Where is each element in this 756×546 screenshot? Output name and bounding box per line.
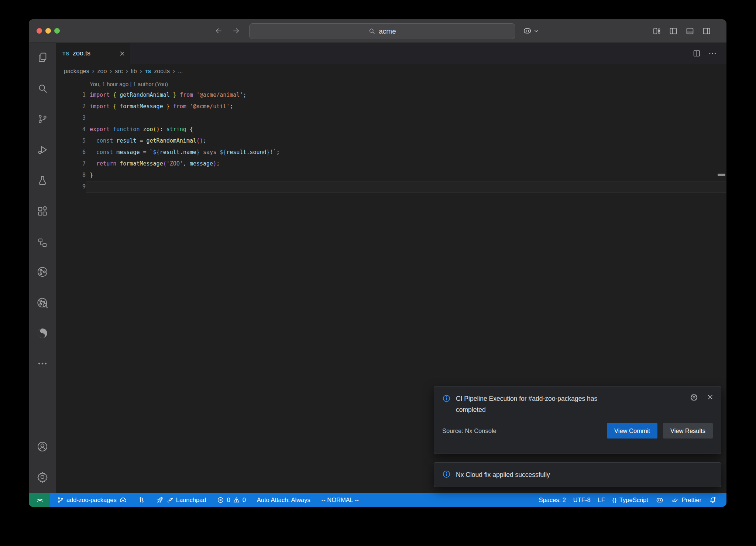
split-editor-icon[interactable] (693, 49, 701, 58)
warning-icon (233, 496, 240, 504)
search-icon (368, 28, 375, 35)
extensions-icon[interactable] (37, 206, 48, 217)
command-center-search[interactable]: acme (249, 23, 515, 39)
linked-boxes-icon[interactable] (37, 237, 48, 248)
nx-graph-search-icon[interactable] (36, 297, 49, 309)
breadcrumb-item[interactable]: src (115, 68, 123, 75)
chevron-right-icon: › (126, 68, 128, 75)
vim-mode-status[interactable]: -- NORMAL -- (318, 496, 362, 504)
close-window-button[interactable] (37, 28, 42, 34)
indent-guide (90, 194, 90, 240)
search-value: acme (379, 27, 396, 35)
breadcrumb-item[interactable]: lib (131, 68, 137, 75)
tab-title: zoo.ts (73, 50, 90, 57)
more-views-icon[interactable] (37, 358, 48, 369)
encoding-status[interactable]: UTF-8 (570, 496, 594, 504)
nx-console-icon[interactable] (36, 266, 49, 278)
blame-annotation[interactable]: You, 1 hour ago | 1 author (You) (56, 79, 726, 89)
notification-close-icon[interactable] (707, 394, 714, 402)
notifications-bell[interactable] (705, 496, 721, 504)
code-line[interactable]: 5 const result = getRandomAnimal(); (56, 135, 726, 147)
info-icon (442, 394, 451, 404)
chevron-right-icon: › (173, 68, 175, 75)
bell-icon (709, 496, 717, 504)
editor-more-actions-icon[interactable]: ⋯ (708, 49, 717, 58)
activity-bar (29, 43, 56, 493)
code-text: const result = getRandomAnimal(); (86, 135, 726, 147)
toggle-panel-icon[interactable] (685, 27, 694, 35)
copilot-menu[interactable] (523, 19, 539, 42)
chevron-down-icon (534, 28, 539, 34)
notification-ci-pipeline: CI Pipeline Execution for #add-zoo-packa… (434, 386, 721, 454)
source-control-icon[interactable] (37, 113, 48, 124)
notification-message: CI Pipeline Execution for #add-zoo-packa… (456, 393, 615, 415)
remote-indicator[interactable]: >< (29, 493, 50, 507)
code-line[interactable]: 8} (56, 170, 726, 181)
formatter-status[interactable]: Prettier (667, 496, 705, 504)
code-text (86, 181, 726, 192)
back-icon[interactable] (214, 27, 223, 35)
code-line[interactable]: 6 const message = `${result.name} says $… (56, 147, 726, 158)
line-number: 4 (56, 124, 86, 135)
copilot-status[interactable] (652, 496, 667, 504)
error-icon (217, 496, 224, 504)
cloud-upload-icon (119, 496, 127, 504)
code-line[interactable]: 2import { formatMessage } from '@acme/ut… (56, 101, 726, 112)
chevron-right-icon: › (140, 68, 142, 75)
breadcrumb-symbol-more[interactable]: ... (178, 68, 183, 75)
code-line[interactable]: 1import { getRandomAnimal } from '@acme/… (56, 89, 726, 101)
pipeline-status[interactable] (134, 496, 149, 504)
breadcrumb-item[interactable]: packages (64, 68, 89, 75)
close-tab-icon[interactable] (119, 51, 125, 57)
testing-icon[interactable] (37, 175, 48, 186)
language-label: TypeScript (619, 496, 648, 504)
eol-status[interactable]: LF (594, 496, 609, 504)
double-check-icon (671, 496, 679, 504)
explorer-icon[interactable] (37, 52, 48, 63)
launchpad-status[interactable]: Launchpad (152, 496, 210, 504)
problems-status[interactable]: 0 0 (213, 496, 249, 504)
copilot-icon (523, 26, 532, 35)
indentation-status[interactable]: Spaces: 2 (535, 496, 569, 504)
view-commit-button[interactable]: View Commit (607, 423, 657, 438)
code-line[interactable]: 7 return formatMessage('ZOO', message); (56, 158, 726, 170)
copilot-icon (656, 496, 664, 504)
settings-gear-icon[interactable] (37, 471, 48, 483)
branch-icon (57, 496, 64, 504)
zoom-window-button[interactable] (54, 28, 60, 34)
accounts-icon[interactable] (37, 441, 48, 453)
swirl-logo-icon[interactable] (36, 327, 49, 339)
tab-zoo-ts[interactable]: TS zoo.ts (56, 43, 130, 64)
code-line[interactable]: 3 (56, 112, 726, 124)
customize-layout-icon[interactable] (652, 27, 661, 35)
forward-icon[interactable] (232, 27, 240, 35)
tab-bar: TS zoo.ts ⋯ (56, 43, 726, 64)
vscode-window: acme (29, 19, 726, 507)
git-branch-status[interactable]: add-zoo-packages (53, 496, 131, 504)
braces-icon: {} (612, 497, 617, 503)
toggle-secondary-sidebar-icon[interactable] (702, 27, 711, 35)
warning-count: 0 (243, 496, 246, 504)
notification-settings-gear-icon[interactable] (690, 393, 698, 403)
code-text (86, 112, 726, 124)
line-number: 6 (56, 147, 86, 158)
auto-attach-status[interactable]: Auto Attach: Always (253, 496, 314, 504)
error-count: 0 (227, 496, 230, 504)
view-results-button[interactable]: View Results (663, 423, 713, 438)
minimize-window-button[interactable] (45, 28, 51, 34)
line-number: 9 (56, 181, 86, 192)
line-number: 5 (56, 135, 86, 147)
code-line[interactable]: 4export function zoo(): string { (56, 124, 726, 135)
status-bar: >< add-zoo-packages Launchpad 0 (29, 493, 726, 507)
chevron-right-icon: › (92, 68, 94, 75)
search-view-icon[interactable] (37, 83, 48, 94)
rocket-icon (156, 496, 164, 504)
typescript-file-icon: TS (145, 69, 151, 74)
plug-icon (166, 496, 173, 504)
run-debug-icon[interactable] (37, 144, 48, 156)
breadcrumb-item[interactable]: zoo (97, 68, 107, 75)
code-line[interactable]: 9 (56, 181, 726, 192)
toggle-primary-sidebar-icon[interactable] (669, 27, 678, 35)
language-mode-status[interactable]: {} TypeScript (609, 496, 652, 504)
breadcrumb-file[interactable]: zoo.ts (154, 68, 170, 75)
